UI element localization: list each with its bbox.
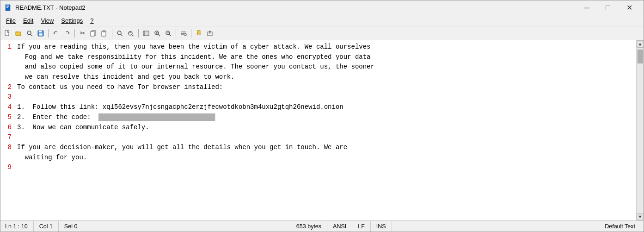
export-button[interactable] xyxy=(205,28,215,38)
mark-button[interactable] xyxy=(194,28,204,38)
toolbar-separator-5 xyxy=(176,29,176,38)
toggle-button[interactable] xyxy=(141,28,151,38)
svg-rect-1 xyxy=(6,6,9,6)
status-position: Ln 1 : 10 xyxy=(3,221,34,232)
save-button[interactable] xyxy=(36,28,46,38)
editor-container: 1 2345678 9 If you are reading this, the… xyxy=(0,40,644,220)
svg-line-9 xyxy=(31,34,32,36)
menu-view[interactable]: View xyxy=(37,16,57,25)
menu-edit[interactable]: Edit xyxy=(19,16,37,25)
menu-file[interactable]: File xyxy=(2,16,19,25)
zoom-in-button[interactable] xyxy=(152,28,162,38)
line-numbers: 1 2345678 9 xyxy=(0,40,14,220)
svg-rect-3 xyxy=(6,7,8,8)
status-eol: LF xyxy=(352,221,371,232)
open-button[interactable] xyxy=(13,28,24,38)
maximize-button[interactable]: □ xyxy=(597,0,619,15)
svg-line-31 xyxy=(169,34,171,36)
svg-marker-35 xyxy=(184,34,186,36)
main-window: README.TXT - Notepad2 ─ □ ✕ File Edit Vi… xyxy=(0,0,644,232)
toolbar-separator-6 xyxy=(191,29,191,38)
svg-rect-7 xyxy=(16,31,18,32)
scroll-thumb[interactable] xyxy=(638,50,643,63)
toolbar-separator-1 xyxy=(48,29,49,38)
toolbar-separator-3 xyxy=(112,29,112,38)
menu-help[interactable]: ? xyxy=(86,16,97,25)
scroll-track[interactable] xyxy=(637,48,644,213)
toolbar-separator-4 xyxy=(138,29,139,38)
redo-button[interactable] xyxy=(62,28,72,38)
cut-button[interactable]: ✂ xyxy=(77,28,87,38)
vertical-scrollbar[interactable]: ▲ ▼ xyxy=(636,40,644,220)
svg-rect-16 xyxy=(91,31,94,36)
svg-line-27 xyxy=(158,34,160,36)
svg-marker-39 xyxy=(209,31,211,32)
new-button[interactable] xyxy=(2,28,12,38)
paste-button[interactable] xyxy=(99,28,110,38)
scroll-down-arrow[interactable]: ▼ xyxy=(637,213,644,220)
close-button[interactable]: ✕ xyxy=(619,0,640,15)
svg-rect-2 xyxy=(6,6,9,7)
window-title: README.TXT - Notepad2 xyxy=(15,4,576,11)
status-sel: Sel 0 xyxy=(59,221,84,232)
svg-rect-5 xyxy=(5,31,9,36)
svg-line-20 xyxy=(121,34,123,36)
svg-point-8 xyxy=(27,31,31,35)
status-col: Col 1 xyxy=(34,221,59,232)
svg-rect-24 xyxy=(143,31,149,36)
title-bar: README.TXT - Notepad2 ─ □ ✕ xyxy=(0,0,644,15)
svg-line-22 xyxy=(132,35,134,36)
status-ins: INS xyxy=(371,221,392,232)
find-button[interactable] xyxy=(25,28,35,38)
svg-rect-18 xyxy=(103,31,105,32)
svg-point-19 xyxy=(117,31,121,35)
svg-rect-11 xyxy=(39,31,42,32)
wrap-button[interactable] xyxy=(178,28,189,38)
find2-button[interactable] xyxy=(115,28,125,38)
status-bytes: 653 bytes xyxy=(291,221,327,232)
undo-button[interactable] xyxy=(51,28,61,38)
svg-marker-4 xyxy=(10,5,11,6)
editor-content[interactable]: If you are reading this, then you have b… xyxy=(14,40,636,220)
menu-settings[interactable]: Settings xyxy=(57,16,86,25)
find-prev-button[interactable] xyxy=(126,28,136,38)
copy-button[interactable] xyxy=(88,28,98,38)
scroll-up-arrow[interactable]: ▲ xyxy=(637,40,644,48)
minimize-button[interactable]: ─ xyxy=(576,0,597,15)
status-encoding: ANSI xyxy=(327,221,352,232)
menu-bar: File Edit View Settings ? xyxy=(0,15,644,26)
svg-rect-12 xyxy=(39,33,43,36)
svg-point-21 xyxy=(129,31,132,35)
window-controls: ─ □ ✕ xyxy=(576,0,640,15)
toolbar-separator-2 xyxy=(74,29,75,38)
toolbar: ✂ xyxy=(0,26,644,40)
app-icon xyxy=(4,4,12,12)
status-style: Default Text xyxy=(599,221,641,232)
status-bar: Ln 1 : 10 Col 1 Sel 0 653 bytes ANSI LF … xyxy=(0,220,644,232)
zoom-out-button[interactable] xyxy=(163,28,173,38)
